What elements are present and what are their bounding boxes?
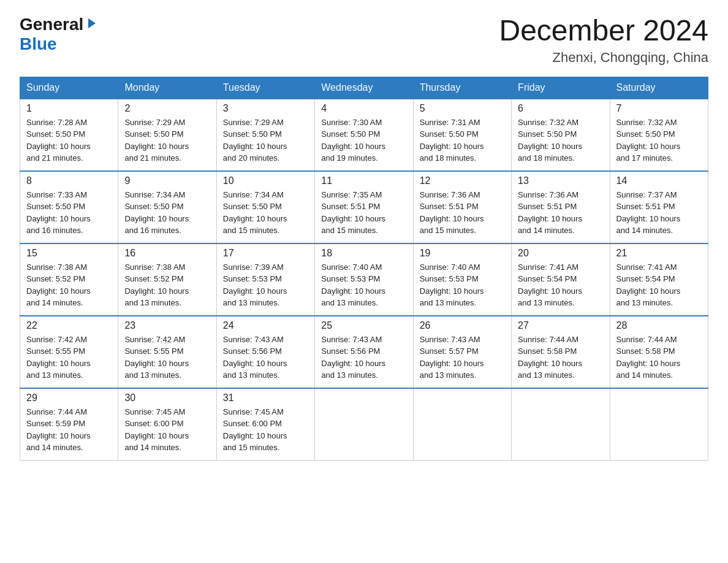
day-number: 26 (420, 320, 505, 331)
day-number: 16 (124, 248, 210, 259)
day-info: Sunrise: 7:45 AM Sunset: 6:00 PM Dayligh… (124, 406, 210, 454)
calendar-cell (512, 388, 610, 461)
calendar-cell: 6 Sunrise: 7:32 AM Sunset: 5:50 PM Dayli… (512, 99, 610, 171)
day-number: 18 (321, 248, 406, 259)
calendar-cell: 30 Sunrise: 7:45 AM Sunset: 6:00 PM Dayl… (118, 388, 216, 461)
day-info: Sunrise: 7:34 AM Sunset: 5:50 PM Dayligh… (223, 189, 308, 237)
day-number: 5 (420, 103, 505, 114)
calendar-cell: 21 Sunrise: 7:41 AM Sunset: 5:54 PM Dayl… (610, 243, 708, 316)
calendar-cell (315, 388, 413, 461)
day-info: Sunrise: 7:41 AM Sunset: 5:54 PM Dayligh… (518, 261, 603, 309)
calendar-cell: 7 Sunrise: 7:32 AM Sunset: 5:50 PM Dayli… (610, 99, 708, 171)
calendar-cell: 27 Sunrise: 7:44 AM Sunset: 5:58 PM Dayl… (512, 316, 610, 388)
title-block: December 2024 Zhenxi, Chongqing, China (499, 15, 708, 66)
logo-general-text: General (20, 15, 83, 34)
month-title: December 2024 (499, 15, 708, 47)
logo-blue-text: Blue (20, 34, 57, 53)
calendar-cell: 12 Sunrise: 7:36 AM Sunset: 5:51 PM Dayl… (413, 171, 511, 243)
calendar-cell: 14 Sunrise: 7:37 AM Sunset: 5:51 PM Dayl… (610, 171, 708, 243)
calendar-cell: 10 Sunrise: 7:34 AM Sunset: 5:50 PM Dayl… (216, 171, 314, 243)
calendar-cell: 17 Sunrise: 7:39 AM Sunset: 5:53 PM Dayl… (216, 243, 314, 316)
calendar-cell: 4 Sunrise: 7:30 AM Sunset: 5:50 PM Dayli… (315, 99, 413, 171)
logo: General Blue (20, 15, 98, 54)
day-number: 29 (26, 393, 112, 404)
day-of-week-saturday: Saturday (610, 77, 708, 99)
calendar-cell (413, 388, 511, 461)
day-info: Sunrise: 7:43 AM Sunset: 5:56 PM Dayligh… (321, 334, 406, 381)
day-of-week-monday: Monday (118, 77, 216, 99)
day-info: Sunrise: 7:44 AM Sunset: 5:59 PM Dayligh… (26, 406, 112, 454)
day-info: Sunrise: 7:41 AM Sunset: 5:54 PM Dayligh… (616, 261, 702, 309)
day-info: Sunrise: 7:28 AM Sunset: 5:50 PM Dayligh… (26, 117, 112, 164)
day-of-week-thursday: Thursday (413, 77, 511, 99)
day-info: Sunrise: 7:37 AM Sunset: 5:51 PM Dayligh… (616, 189, 702, 237)
calendar-cell: 9 Sunrise: 7:34 AM Sunset: 5:50 PM Dayli… (118, 171, 216, 243)
day-info: Sunrise: 7:39 AM Sunset: 5:53 PM Dayligh… (223, 261, 308, 309)
calendar-cell: 29 Sunrise: 7:44 AM Sunset: 5:59 PM Dayl… (20, 388, 118, 461)
page-header: General Blue December 2024 Zhenxi, Chong… (20, 15, 708, 66)
calendar-cell (610, 388, 708, 461)
day-info: Sunrise: 7:42 AM Sunset: 5:55 PM Dayligh… (26, 334, 112, 381)
logo-arrow-icon (86, 17, 98, 32)
day-number: 30 (124, 393, 210, 404)
calendar-cell: 25 Sunrise: 7:43 AM Sunset: 5:56 PM Dayl… (315, 316, 413, 388)
day-number: 19 (420, 248, 505, 259)
calendar-cell: 15 Sunrise: 7:38 AM Sunset: 5:52 PM Dayl… (20, 243, 118, 316)
day-number: 25 (321, 320, 406, 331)
day-info: Sunrise: 7:38 AM Sunset: 5:52 PM Dayligh… (124, 261, 210, 309)
day-info: Sunrise: 7:29 AM Sunset: 5:50 PM Dayligh… (124, 117, 210, 164)
day-info: Sunrise: 7:42 AM Sunset: 5:55 PM Dayligh… (124, 334, 210, 381)
day-number: 4 (321, 103, 406, 114)
day-number: 21 (616, 248, 702, 259)
day-number: 11 (321, 175, 406, 186)
location: Zhenxi, Chongqing, China (499, 50, 708, 66)
day-info: Sunrise: 7:44 AM Sunset: 5:58 PM Dayligh… (518, 334, 603, 381)
day-number: 12 (420, 175, 505, 186)
day-number: 17 (223, 248, 308, 259)
day-number: 8 (26, 175, 112, 186)
calendar-cell: 2 Sunrise: 7:29 AM Sunset: 5:50 PM Dayli… (118, 99, 216, 171)
day-number: 24 (223, 320, 308, 331)
svg-marker-0 (88, 18, 96, 28)
day-info: Sunrise: 7:29 AM Sunset: 5:50 PM Dayligh… (223, 117, 308, 164)
day-info: Sunrise: 7:44 AM Sunset: 5:58 PM Dayligh… (616, 334, 702, 381)
day-info: Sunrise: 7:32 AM Sunset: 5:50 PM Dayligh… (616, 117, 702, 164)
day-of-week-friday: Friday (512, 77, 610, 99)
day-number: 15 (26, 248, 112, 259)
day-info: Sunrise: 7:35 AM Sunset: 5:51 PM Dayligh… (321, 189, 406, 237)
day-info: Sunrise: 7:30 AM Sunset: 5:50 PM Dayligh… (321, 117, 406, 164)
day-number: 7 (616, 103, 702, 114)
calendar-cell: 23 Sunrise: 7:42 AM Sunset: 5:55 PM Dayl… (118, 316, 216, 388)
day-number: 28 (616, 320, 702, 331)
day-info: Sunrise: 7:31 AM Sunset: 5:50 PM Dayligh… (420, 117, 505, 164)
calendar-week-row: 22 Sunrise: 7:42 AM Sunset: 5:55 PM Dayl… (20, 316, 708, 388)
day-number: 31 (223, 393, 308, 404)
calendar-week-row: 1 Sunrise: 7:28 AM Sunset: 5:50 PM Dayli… (20, 99, 708, 171)
day-of-week-sunday: Sunday (20, 77, 118, 99)
calendar-week-row: 29 Sunrise: 7:44 AM Sunset: 5:59 PM Dayl… (20, 388, 708, 461)
calendar-cell: 24 Sunrise: 7:43 AM Sunset: 5:56 PM Dayl… (216, 316, 314, 388)
day-number: 14 (616, 175, 702, 186)
day-info: Sunrise: 7:34 AM Sunset: 5:50 PM Dayligh… (124, 189, 210, 237)
day-number: 22 (26, 320, 112, 331)
day-number: 9 (124, 175, 210, 186)
day-info: Sunrise: 7:33 AM Sunset: 5:50 PM Dayligh… (26, 189, 112, 237)
day-info: Sunrise: 7:36 AM Sunset: 5:51 PM Dayligh… (420, 189, 505, 237)
day-info: Sunrise: 7:32 AM Sunset: 5:50 PM Dayligh… (518, 117, 603, 164)
calendar-cell: 20 Sunrise: 7:41 AM Sunset: 5:54 PM Dayl… (512, 243, 610, 316)
calendar-cell: 19 Sunrise: 7:40 AM Sunset: 5:53 PM Dayl… (413, 243, 511, 316)
day-number: 2 (124, 103, 210, 114)
calendar-week-row: 8 Sunrise: 7:33 AM Sunset: 5:50 PM Dayli… (20, 171, 708, 243)
calendar-cell: 3 Sunrise: 7:29 AM Sunset: 5:50 PM Dayli… (216, 99, 314, 171)
day-info: Sunrise: 7:40 AM Sunset: 5:53 PM Dayligh… (420, 261, 505, 309)
calendar-cell: 18 Sunrise: 7:40 AM Sunset: 5:53 PM Dayl… (315, 243, 413, 316)
calendar-cell: 28 Sunrise: 7:44 AM Sunset: 5:58 PM Dayl… (610, 316, 708, 388)
day-number: 20 (518, 248, 603, 259)
day-info: Sunrise: 7:43 AM Sunset: 5:56 PM Dayligh… (223, 334, 308, 381)
day-number: 6 (518, 103, 603, 114)
calendar-cell: 26 Sunrise: 7:43 AM Sunset: 5:57 PM Dayl… (413, 316, 511, 388)
day-info: Sunrise: 7:40 AM Sunset: 5:53 PM Dayligh… (321, 261, 406, 309)
day-info: Sunrise: 7:36 AM Sunset: 5:51 PM Dayligh… (518, 189, 603, 237)
calendar-cell: 11 Sunrise: 7:35 AM Sunset: 5:51 PM Dayl… (315, 171, 413, 243)
day-info: Sunrise: 7:45 AM Sunset: 6:00 PM Dayligh… (223, 406, 308, 454)
